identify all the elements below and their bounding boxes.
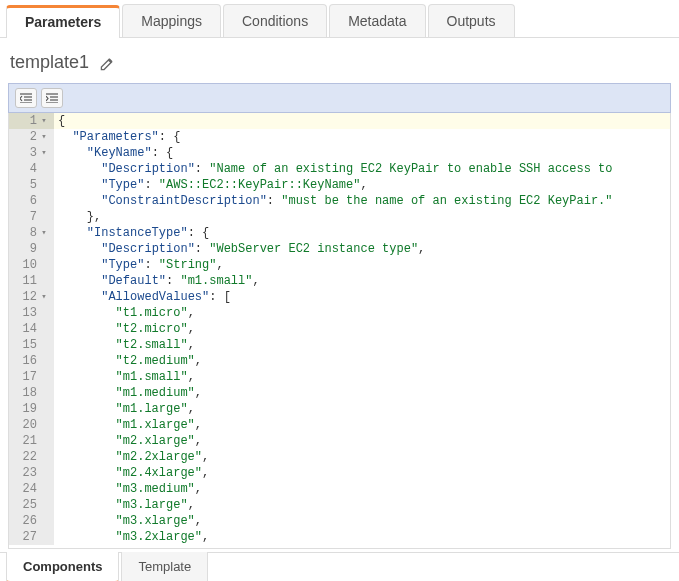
tab-conditions[interactable]: Conditions	[223, 4, 327, 37]
code-content: "t2.micro",	[54, 321, 195, 337]
line-number: 24	[9, 481, 54, 497]
tab-template[interactable]: Template	[121, 552, 208, 581]
line-number: 22	[9, 449, 54, 465]
code-line[interactable]: 19 "m1.large",	[9, 401, 670, 417]
code-line[interactable]: 8▾ "InstanceType": {	[9, 225, 670, 241]
code-line[interactable]: 21 "m2.xlarge",	[9, 433, 670, 449]
editor-toolbar	[8, 83, 671, 113]
code-content: "AllowedValues": [	[54, 289, 231, 305]
tab-mappings[interactable]: Mappings	[122, 4, 221, 37]
bottom-tab-bar: Components Template	[0, 552, 679, 581]
tab-metadata[interactable]: Metadata	[329, 4, 425, 37]
code-line[interactable]: 27 "m3.2xlarge",	[9, 529, 670, 545]
code-line[interactable]: 24 "m3.medium",	[9, 481, 670, 497]
line-number: 19	[9, 401, 54, 417]
tab-parameters[interactable]: Parameters	[6, 5, 120, 38]
code-content: "m2.4xlarge",	[54, 465, 209, 481]
code-line[interactable]: 3▾ "KeyName": {	[9, 145, 670, 161]
line-number: 27	[9, 529, 54, 545]
code-content: "Description": "Name of an existing EC2 …	[54, 161, 613, 177]
code-line[interactable]: 26 "m3.xlarge",	[9, 513, 670, 529]
fold-icon[interactable]: ▾	[40, 225, 48, 241]
fold-icon[interactable]: ▾	[40, 289, 48, 305]
line-number: 14	[9, 321, 54, 337]
fold-icon[interactable]: ▾	[40, 129, 48, 145]
code-line[interactable]: 6 "ConstraintDescription": "must be the …	[9, 193, 670, 209]
code-content: {	[54, 113, 65, 129]
code-content: "m1.large",	[54, 401, 195, 417]
code-content: "t2.medium",	[54, 353, 202, 369]
line-number: 5	[9, 177, 54, 193]
code-line[interactable]: 11 "Default": "m1.small",	[9, 273, 670, 289]
line-number: 20	[9, 417, 54, 433]
line-number: 15	[9, 337, 54, 353]
code-content: "m3.medium",	[54, 481, 202, 497]
line-number: 6	[9, 193, 54, 209]
code-line[interactable]: 9 "Description": "WebServer EC2 instance…	[9, 241, 670, 257]
code-line[interactable]: 2▾ "Parameters": {	[9, 129, 670, 145]
code-content: "m3.xlarge",	[54, 513, 202, 529]
line-number: 13	[9, 305, 54, 321]
code-line[interactable]: 22 "m2.2xlarge",	[9, 449, 670, 465]
fold-icon[interactable]: ▾	[40, 113, 48, 129]
code-line[interactable]: 18 "m1.medium",	[9, 385, 670, 401]
code-line[interactable]: 5 "Type": "AWS::EC2::KeyPair::KeyName",	[9, 177, 670, 193]
line-number: 16	[9, 353, 54, 369]
line-number: 10	[9, 257, 54, 273]
template-header: template1	[0, 38, 679, 83]
indent-button[interactable]	[41, 88, 63, 108]
line-number: 11	[9, 273, 54, 289]
top-tab-bar: Parameters Mappings Conditions Metadata …	[0, 0, 679, 38]
line-number: 4	[9, 161, 54, 177]
code-content: "Type": "AWS::EC2::KeyPair::KeyName",	[54, 177, 368, 193]
template-name: template1	[10, 52, 89, 73]
code-content: "KeyName": {	[54, 145, 173, 161]
code-line[interactable]: 16 "t2.medium",	[9, 353, 670, 369]
code-line[interactable]: 15 "t2.small",	[9, 337, 670, 353]
code-content: "m1.medium",	[54, 385, 202, 401]
code-content: "m1.xlarge",	[54, 417, 202, 433]
line-number: 23	[9, 465, 54, 481]
code-content: "m2.xlarge",	[54, 433, 202, 449]
code-content: "m2.2xlarge",	[54, 449, 209, 465]
code-line[interactable]: 12▾ "AllowedValues": [	[9, 289, 670, 305]
code-line[interactable]: 10 "Type": "String",	[9, 257, 670, 273]
code-line[interactable]: 4 "Description": "Name of an existing EC…	[9, 161, 670, 177]
line-number: 8▾	[9, 225, 54, 241]
code-line[interactable]: 23 "m2.4xlarge",	[9, 465, 670, 481]
line-number: 12▾	[9, 289, 54, 305]
line-number: 18	[9, 385, 54, 401]
code-line[interactable]: 13 "t1.micro",	[9, 305, 670, 321]
code-content: "ConstraintDescription": "must be the na…	[54, 193, 613, 209]
code-content: "m1.small",	[54, 369, 195, 385]
code-content: "InstanceType": {	[54, 225, 209, 241]
tab-outputs[interactable]: Outputs	[428, 4, 515, 37]
line-number: 25	[9, 497, 54, 513]
code-content: "Parameters": {	[54, 129, 180, 145]
code-line[interactable]: 1▾{	[9, 113, 670, 129]
code-line[interactable]: 20 "m1.xlarge",	[9, 417, 670, 433]
code-line[interactable]: 7 },	[9, 209, 670, 225]
code-content: },	[54, 209, 101, 225]
fold-icon[interactable]: ▾	[40, 145, 48, 161]
code-content: "Description": "WebServer EC2 instance t…	[54, 241, 425, 257]
line-number: 9	[9, 241, 54, 257]
tab-components[interactable]: Components	[6, 552, 119, 581]
code-content: "t1.micro",	[54, 305, 195, 321]
line-number: 7	[9, 209, 54, 225]
line-number: 17	[9, 369, 54, 385]
code-content: "t2.small",	[54, 337, 195, 353]
code-line[interactable]: 14 "t2.micro",	[9, 321, 670, 337]
code-content: "m3.large",	[54, 497, 195, 513]
line-number: 2▾	[9, 129, 54, 145]
line-number: 26	[9, 513, 54, 529]
code-line[interactable]: 17 "m1.small",	[9, 369, 670, 385]
outdent-button[interactable]	[15, 88, 37, 108]
code-content: "m3.2xlarge",	[54, 529, 209, 545]
code-line[interactable]: 25 "m3.large",	[9, 497, 670, 513]
line-number: 21	[9, 433, 54, 449]
line-number: 1▾	[9, 113, 54, 129]
edit-name-button[interactable]	[99, 56, 113, 70]
code-editor[interactable]: 1▾{2▾ "Parameters": {3▾ "KeyName": {4 "D…	[8, 113, 671, 549]
code-content: "Default": "m1.small",	[54, 273, 260, 289]
